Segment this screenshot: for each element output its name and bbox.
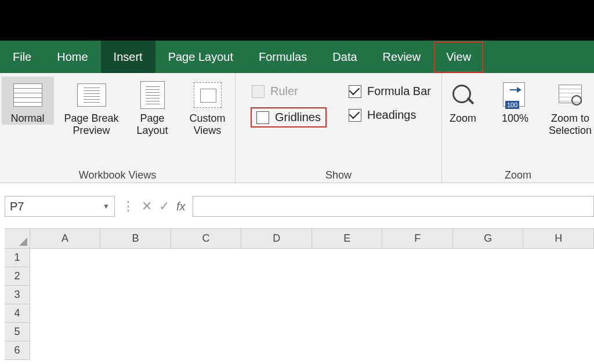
- custom-views-button[interactable]: Custom Views: [182, 77, 234, 136]
- select-all-corner[interactable]: [5, 229, 30, 248]
- column-header[interactable]: D: [241, 229, 312, 248]
- column-headers: A B C D E F G H: [5, 229, 594, 249]
- column-header[interactable]: C: [171, 229, 242, 248]
- row-header[interactable]: 1: [5, 249, 30, 267]
- row-header[interactable]: 5: [5, 323, 30, 341]
- zoom-100-button[interactable]: 100%: [492, 77, 538, 125]
- column-header[interactable]: A: [30, 229, 101, 248]
- cell-row[interactable]: [30, 286, 594, 304]
- enter-icon[interactable]: ✓: [159, 199, 169, 214]
- cell-row[interactable]: [30, 249, 594, 267]
- name-box[interactable]: P7 ▼: [5, 196, 115, 217]
- tab-view[interactable]: View: [433, 41, 484, 73]
- group-show: Ruler Gridlines Formula Bar Headings Sho…: [236, 73, 442, 183]
- column-header[interactable]: B: [100, 229, 171, 248]
- normal-view-icon: [13, 83, 42, 107]
- normal-view-button[interactable]: Normal: [2, 77, 54, 125]
- group-label-workbook-views: Workbook Views: [79, 168, 156, 181]
- page-break-preview-button[interactable]: Page Break Preview: [60, 77, 124, 136]
- zoom-to-selection-icon: [556, 82, 584, 108]
- cell-row[interactable]: [30, 341, 594, 360]
- column-header[interactable]: F: [382, 229, 453, 248]
- gridlines-checkbox[interactable]: Gridlines: [252, 108, 325, 126]
- ruler-checkbox: Ruler: [252, 85, 325, 98]
- tab-insert[interactable]: Insert: [101, 41, 155, 73]
- column-header[interactable]: G: [453, 229, 524, 248]
- column-header[interactable]: H: [523, 229, 594, 248]
- zoom-button[interactable]: Zoom: [440, 77, 486, 125]
- row-header[interactable]: 3: [5, 286, 30, 304]
- zoom-to-selection-button[interactable]: Zoom to Selection: [544, 77, 594, 136]
- row-header[interactable]: 2: [5, 267, 30, 286]
- dots-icon: ⋮: [122, 199, 135, 214]
- worksheet: A B C D E F G H 1 2 3 4 5 6: [5, 228, 594, 364]
- fx-icon[interactable]: fx: [176, 200, 186, 213]
- chevron-down-icon[interactable]: ▼: [103, 202, 110, 210]
- page-layout-icon: [140, 81, 165, 109]
- row-header[interactable]: 6: [5, 341, 30, 360]
- checkbox-icon: [252, 85, 265, 98]
- name-box-value: P7: [10, 200, 24, 213]
- headings-checkbox[interactable]: Headings: [349, 108, 431, 122]
- magnifier-icon: [450, 82, 476, 108]
- cell-row[interactable]: [30, 323, 594, 341]
- row-header[interactable]: 4: [5, 304, 30, 323]
- zoom-100-icon: [501, 82, 530, 108]
- formula-input[interactable]: [193, 196, 594, 217]
- checkbox-icon: [349, 85, 361, 98]
- annotation-top-band: [0, 0, 594, 41]
- custom-views-icon: [194, 82, 222, 108]
- formula-bar-checkbox[interactable]: Formula Bar: [349, 85, 431, 98]
- column-header[interactable]: E: [312, 229, 383, 248]
- ribbon-body: Normal Page Break Preview Page Layout Cu…: [0, 73, 594, 183]
- tab-home[interactable]: Home: [44, 41, 100, 73]
- tab-page-layout[interactable]: Page Layout: [155, 41, 246, 73]
- tab-review[interactable]: Review: [370, 41, 434, 73]
- checkbox-icon: [349, 109, 361, 122]
- tab-file[interactable]: File: [0, 41, 44, 73]
- page-break-icon: [77, 83, 106, 107]
- cell-row[interactable]: [30, 267, 594, 286]
- group-label-show: Show: [325, 168, 352, 181]
- group-zoom: Zoom 100% Zoom to Selection Zoom: [442, 73, 594, 183]
- page-layout-button[interactable]: Page Layout: [129, 77, 176, 136]
- checkbox-icon: [256, 111, 269, 124]
- formula-bar-buttons: ⋮ ✕ ✓ fx: [122, 199, 186, 214]
- ribbon-tabs: File Home Insert Page Layout Formulas Da…: [0, 41, 594, 73]
- group-label-zoom: Zoom: [505, 168, 531, 181]
- formula-bar: P7 ▼ ⋮ ✕ ✓ fx: [5, 194, 594, 219]
- cancel-icon[interactable]: ✕: [142, 199, 152, 214]
- group-workbook-views: Normal Page Break Preview Page Layout Cu…: [0, 73, 236, 183]
- tab-data[interactable]: Data: [320, 41, 370, 73]
- row-headers-area: 1 2 3 4 5 6: [5, 249, 594, 360]
- cell-row[interactable]: [30, 304, 594, 323]
- tab-formulas[interactable]: Formulas: [246, 41, 320, 73]
